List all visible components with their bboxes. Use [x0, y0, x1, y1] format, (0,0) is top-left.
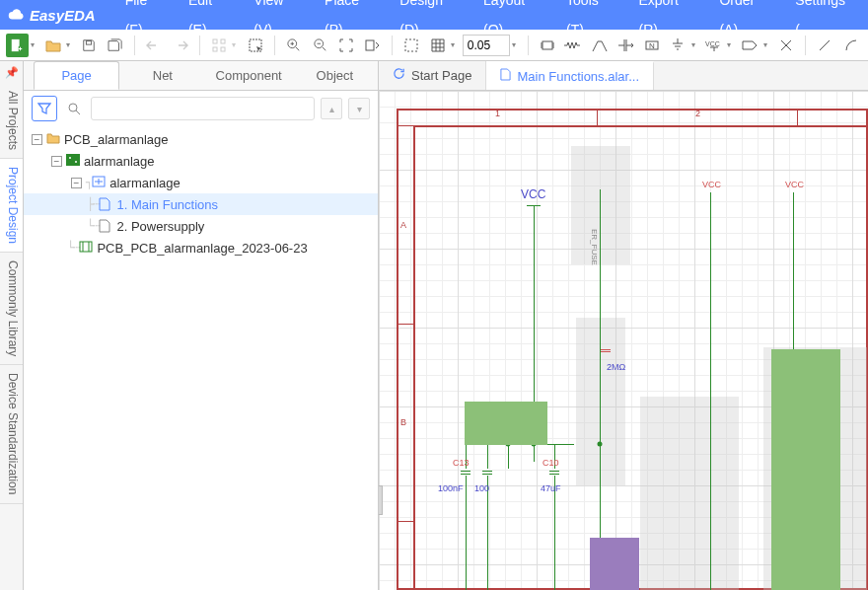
tab-object[interactable]: Object — [292, 61, 378, 90]
separator — [274, 36, 275, 55]
grid-button[interactable] — [426, 34, 449, 57]
ic-icon[interactable] — [537, 34, 559, 57]
chevron-down-icon[interactable]: ▾ — [66, 40, 70, 49]
ruler-num: 2 — [695, 109, 700, 118]
collapse-icon[interactable]: − — [32, 134, 42, 145]
tree-page-main[interactable]: ├┄ 1. Main Functions — [24, 193, 378, 215]
tab-page[interactable]: Page — [34, 61, 119, 90]
resistor-icon[interactable] — [562, 34, 585, 57]
netlabel-icon[interactable]: N — [641, 34, 664, 57]
pcb-icon — [79, 241, 93, 255]
chevron-down-icon[interactable]: ▾ — [727, 40, 731, 49]
netport-icon[interactable] — [739, 34, 761, 57]
resistor-icon — [601, 349, 611, 352]
redo-button[interactable] — [169, 34, 191, 57]
tree-pcb[interactable]: └┄ PCB_PCB_alarmanlage_2023-06-23 — [24, 237, 378, 258]
tree-root[interactable]: − PCB_alarmanlage — [24, 128, 378, 150]
undo-button[interactable] — [143, 34, 166, 57]
vcc-label: VCC — [702, 180, 721, 189]
svg-rect-0 — [12, 38, 20, 50]
align-button[interactable] — [208, 34, 231, 57]
wire — [466, 476, 467, 590]
wire-icon[interactable] — [589, 34, 612, 57]
line-icon[interactable] — [814, 34, 836, 57]
svg-rect-2 — [87, 40, 92, 44]
side-tabs: Page Net Component Object — [24, 61, 378, 91]
ruler-num: 1 — [495, 109, 500, 118]
search-icon[interactable] — [63, 98, 85, 119]
tab-component[interactable]: Component — [206, 61, 292, 90]
nav-up-button[interactable]: ▴ — [321, 98, 342, 119]
zoom-out-button[interactable] — [309, 34, 331, 57]
chevron-down-icon[interactable]: ▾ — [691, 40, 695, 49]
chevron-down-icon[interactable]: ▾ — [512, 40, 516, 49]
tab-start-page[interactable]: Start Page — [379, 61, 486, 90]
collapse-icon[interactable]: − — [71, 178, 82, 188]
schematic-canvas[interactable]: 1 2 A B VCC VCC VCC — [379, 91, 868, 590]
svg-rect-4 — [221, 39, 225, 43]
tree-label: alarmanlage — [109, 176, 181, 190]
vcc-icon[interactable]: VCC — [703, 34, 726, 57]
ground-icon[interactable] — [667, 34, 689, 57]
side-tools: ▴ ▾ — [24, 91, 378, 126]
open-folder-button[interactable] — [42, 34, 65, 57]
refdes: C10 — [542, 458, 559, 468]
collapse-icon[interactable]: − — [51, 156, 62, 167]
separator — [805, 36, 806, 55]
tab-label: Main Functions.alar... — [517, 63, 639, 91]
fit-screen-button[interactable] — [335, 34, 358, 57]
app-logo: EasyEDA — [8, 6, 96, 24]
chevron-down-icon[interactable]: ▾ — [31, 40, 35, 49]
wire — [710, 192, 711, 590]
search-input[interactable] — [91, 97, 315, 120]
tree-label: alarmanlage — [84, 154, 155, 169]
tree-label: PCB_PCB_alarmanlage_2023-06-23 — [97, 241, 307, 256]
board-icon — [66, 154, 80, 168]
svg-point-18 — [69, 157, 71, 159]
page-icon — [99, 197, 112, 211]
left-rail: 📌 All Projects Project Design Commonly L… — [0, 61, 24, 590]
save-button[interactable] — [78, 34, 101, 57]
rail-device-standardization[interactable]: Device Standardization — [0, 365, 23, 503]
tab-label: Start Page — [411, 62, 471, 90]
nav-down-button[interactable]: ▾ — [348, 98, 370, 119]
cloud-icon — [8, 6, 26, 24]
zoom-percent-button[interactable] — [361, 34, 384, 57]
svg-rect-5 — [213, 47, 217, 51]
chevron-down-icon[interactable]: ▾ — [232, 40, 236, 49]
snap-button[interactable] — [400, 34, 423, 57]
netlabel: ER_FUSE — [590, 229, 599, 265]
tree-page-power[interactable]: └┄ 2. Powersupply — [24, 215, 378, 237]
faded-component — [571, 146, 630, 264]
page-icon — [500, 63, 511, 91]
chevron-down-icon[interactable]: ▾ — [451, 40, 455, 49]
component-block — [771, 349, 840, 590]
svg-rect-6 — [221, 47, 225, 51]
filter-button[interactable] — [32, 96, 57, 121]
svg-text:N: N — [649, 41, 655, 50]
rail-all-projects[interactable]: All Projects — [0, 83, 23, 159]
rail-commonly-library[interactable]: Commonly Library — [0, 253, 23, 365]
rail-project-design[interactable]: Project Design — [0, 159, 23, 253]
new-file-button[interactable] — [6, 34, 29, 57]
comp-value: 2MΩ — [607, 362, 625, 372]
schematic-icon — [92, 176, 106, 189]
tab-net[interactable]: Net — [119, 61, 205, 90]
grid-size-input[interactable] — [463, 35, 510, 56]
svg-rect-17 — [66, 154, 80, 166]
faded-component — [576, 318, 625, 485]
chevron-down-icon[interactable]: ▾ — [763, 40, 767, 49]
selection-filter-button[interactable] — [244, 34, 266, 57]
separator — [392, 36, 393, 55]
pin-icon[interactable]: 📌 — [0, 61, 23, 83]
tab-main-functions[interactable]: Main Functions.alar... — [486, 61, 654, 90]
zoom-in-button[interactable] — [283, 34, 306, 57]
bus-icon[interactable] — [615, 34, 637, 57]
svg-point-16 — [69, 104, 77, 111]
tree-schematic-group[interactable]: − ┐ alarmanlage — [24, 172, 378, 193]
noconnect-icon[interactable] — [775, 34, 798, 57]
resize-handle[interactable] — [379, 485, 383, 515]
arc-icon[interactable] — [840, 34, 863, 57]
tree-board[interactable]: − alarmanlage — [24, 150, 378, 172]
save-all-button[interactable] — [105, 34, 127, 57]
